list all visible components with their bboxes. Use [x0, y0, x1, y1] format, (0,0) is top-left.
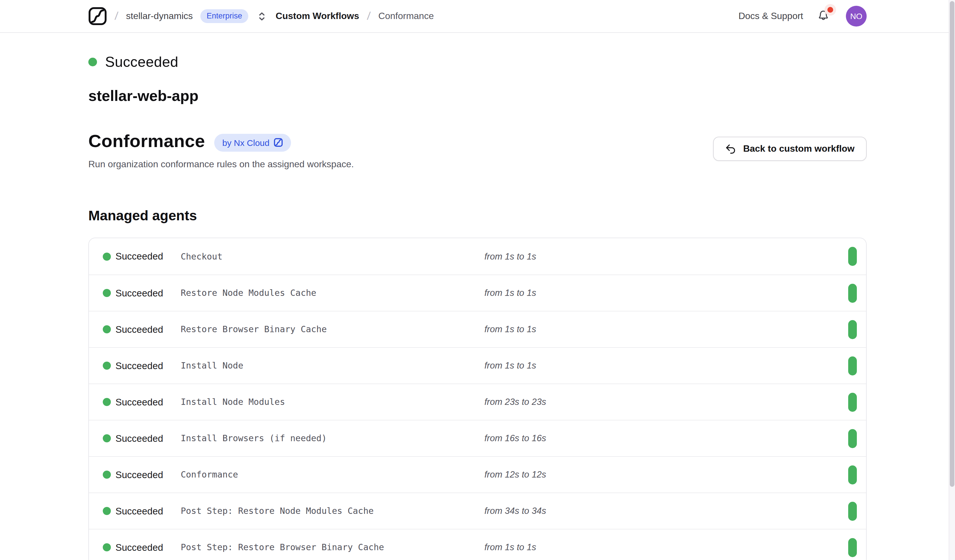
agent-step-row[interactable]: Succeeded Conformance from 12s to 12s	[89, 456, 866, 493]
section-header: Conformance by Nx Cloud Run organization…	[88, 131, 867, 170]
step-status-label: Succeeded	[116, 469, 181, 480]
step-name: Install Browsers (if needed)	[181, 433, 484, 443]
step-timing: from 23s to 23s	[484, 397, 546, 407]
step-name: Post Step: Restore Browser Binary Cache	[181, 542, 484, 552]
agent-step-row[interactable]: Succeeded Post Step: Restore Browser Bin…	[89, 529, 866, 560]
green-status-dot	[103, 252, 111, 261]
step-name: Install Node	[181, 360, 484, 371]
by-nx-cloud-label: by Nx Cloud	[222, 137, 269, 147]
green-duration-bar	[848, 320, 857, 339]
green-duration-bar	[848, 284, 857, 303]
step-status-label: Succeeded	[116, 433, 181, 444]
step-timing: from 16s to 16s	[484, 433, 546, 443]
back-to-custom-workflow-button[interactable]: Back to custom workflow	[713, 137, 867, 161]
agent-step-row[interactable]: Succeeded Post Step: Restore Node Module…	[89, 493, 866, 529]
agent-step-row[interactable]: Succeeded Install Node Modules from 23s …	[89, 384, 866, 420]
step-timing: from 1s to 1s	[484, 324, 536, 334]
step-status-label: Succeeded	[116, 324, 181, 335]
step-status-label: Succeeded	[116, 542, 181, 553]
top-nav-bar: / stellar-dynamics Enterprise Custom Wor…	[0, 0, 955, 33]
agent-step-row[interactable]: Succeeded Install Node from 1s to 1s	[89, 347, 866, 384]
green-status-dot	[103, 471, 111, 479]
step-status-label: Succeeded	[116, 251, 181, 262]
green-duration-bar	[848, 393, 857, 412]
scrollbar-track[interactable]	[949, 0, 955, 560]
main-content: Succeeded stellar-web-app Conformance by…	[88, 33, 867, 560]
breadcrumb-separator: /	[366, 10, 371, 22]
green-duration-bar	[848, 538, 857, 557]
green-duration-bar	[848, 356, 857, 375]
breadcrumb-section[interactable]: Custom Workflows	[276, 11, 359, 21]
step-name: Checkout	[181, 251, 484, 262]
green-status-dot	[103, 362, 111, 370]
green-duration-bar	[848, 429, 857, 448]
nx-cloud-logo-icon	[273, 138, 283, 147]
green-status-dot	[103, 507, 111, 515]
run-status-label: Succeeded	[105, 54, 178, 70]
agent-step-row[interactable]: Succeeded Install Browsers (if needed) f…	[89, 420, 866, 456]
agent-step-row[interactable]: Succeeded Restore Node Modules Cache fro…	[89, 275, 866, 311]
avatar[interactable]: NO	[846, 6, 867, 27]
step-timing: from 1s to 1s	[484, 542, 536, 552]
chevron-up-down-icon[interactable]	[257, 11, 267, 21]
green-status-dot	[103, 325, 111, 333]
enterprise-plan-badge: Enterprise	[200, 9, 249, 23]
app-window: / stellar-dynamics Enterprise Custom Wor…	[0, 0, 955, 560]
step-status-label: Succeeded	[116, 360, 181, 371]
green-duration-bar	[848, 465, 857, 484]
notifications-button[interactable]	[816, 9, 831, 23]
step-name: Install Node Modules	[181, 397, 484, 407]
step-name: Restore Node Modules Cache	[181, 288, 484, 298]
step-timing: from 12s to 12s	[484, 470, 546, 480]
section-description: Run organization conformance rules on th…	[88, 159, 354, 170]
app-title: stellar-web-app	[88, 87, 867, 105]
green-status-dot	[88, 58, 97, 66]
breadcrumb-page: Conformance	[379, 11, 434, 21]
undo-arrow-icon	[725, 144, 736, 154]
nx-cloud-logo-icon[interactable]	[88, 7, 107, 25]
step-name: Restore Browser Binary Cache	[181, 324, 484, 334]
breadcrumb-workspace[interactable]: stellar-dynamics	[126, 11, 193, 21]
green-status-dot	[103, 543, 111, 551]
step-status-label: Succeeded	[116, 396, 181, 407]
step-name: Conformance	[181, 470, 484, 480]
page-title: Conformance	[88, 131, 205, 152]
breadcrumb-separator: /	[114, 10, 119, 22]
step-timing: from 1s to 1s	[484, 251, 536, 262]
managed-agents-title: Managed agents	[88, 207, 867, 224]
step-name: Post Step: Restore Node Modules Cache	[181, 506, 484, 516]
back-button-label: Back to custom workflow	[743, 144, 855, 154]
step-timing: from 1s to 1s	[484, 360, 536, 371]
green-duration-bar	[848, 247, 857, 266]
green-status-dot	[103, 289, 111, 297]
by-nx-cloud-badge[interactable]: by Nx Cloud	[214, 134, 291, 151]
step-status-label: Succeeded	[116, 287, 181, 298]
run-status: Succeeded	[88, 54, 867, 70]
scrollbar-thumb[interactable]	[950, 1, 954, 487]
step-timing: from 34s to 34s	[484, 506, 546, 516]
notification-dot	[827, 7, 833, 13]
step-status-label: Succeeded	[116, 505, 181, 516]
managed-agents-list: Succeeded Checkout from 1s to 1s Succeed…	[88, 238, 867, 560]
agent-step-row[interactable]: Succeeded Checkout from 1s to 1s	[89, 238, 866, 275]
green-duration-bar	[848, 501, 857, 521]
step-timing: from 1s to 1s	[484, 288, 536, 298]
agent-step-row[interactable]: Succeeded Restore Browser Binary Cache f…	[89, 311, 866, 347]
docs-support-link[interactable]: Docs & Support	[739, 11, 803, 21]
green-status-dot	[103, 398, 111, 406]
green-status-dot	[103, 434, 111, 442]
